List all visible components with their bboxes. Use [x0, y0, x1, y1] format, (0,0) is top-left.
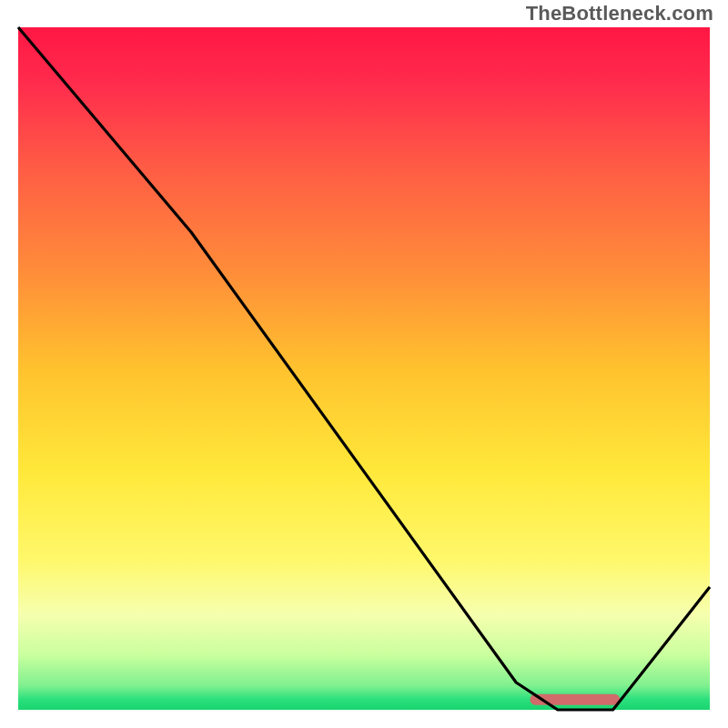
plot-background	[18, 27, 710, 710]
chart-stage: TheBottleneck.com	[0, 0, 728, 728]
bottleneck-chart	[0, 0, 728, 728]
